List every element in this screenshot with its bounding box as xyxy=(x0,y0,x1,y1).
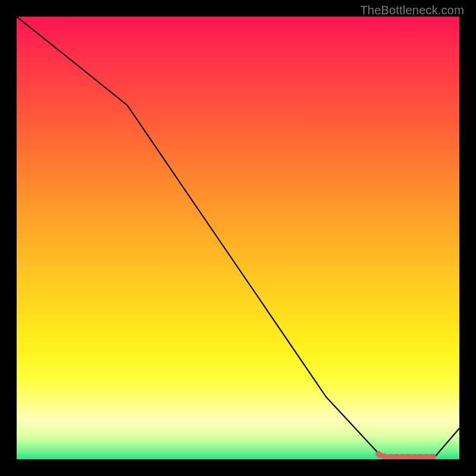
highlight-segment xyxy=(378,454,433,457)
chart-frame: TheBottleneck.com xyxy=(0,0,476,476)
chart-svg xyxy=(17,17,459,459)
plot-area xyxy=(17,17,459,459)
watermark-text: TheBottleneck.com xyxy=(360,4,464,17)
main-curve xyxy=(17,17,459,459)
